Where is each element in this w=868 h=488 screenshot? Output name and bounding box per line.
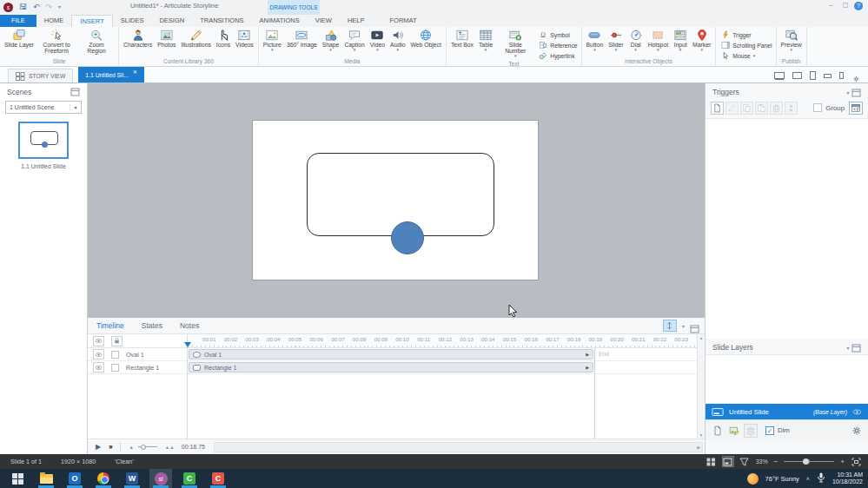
layer-visibility-eye-icon[interactable] xyxy=(852,408,862,416)
minimize-button[interactable]: – xyxy=(829,1,832,9)
dim-checkbox[interactable]: ✓ Dim xyxy=(765,426,790,435)
preview-funnel-button[interactable] xyxy=(739,457,750,466)
hyperlink-button[interactable]: Hyperlink xyxy=(539,51,577,60)
characters-button[interactable]: Characters xyxy=(121,28,155,48)
object-lock-checkbox[interactable] xyxy=(111,364,119,372)
playhead[interactable] xyxy=(184,342,191,347)
panel-collapse-icon[interactable] xyxy=(690,321,699,330)
scroll-right-icon[interactable]: ▶ xyxy=(697,445,700,450)
slide-canvas[interactable] xyxy=(88,83,705,318)
trigger-button[interactable]: Trigger xyxy=(721,30,772,39)
taskbar-app-start[interactable] xyxy=(6,469,29,488)
timeline-tab-notes[interactable]: Notes xyxy=(171,321,208,330)
triggers-list-empty[interactable] xyxy=(706,118,868,339)
chevron-down-icon[interactable]: ▾ xyxy=(847,346,850,351)
new-trigger-button[interactable] xyxy=(711,102,724,115)
table-button[interactable]: Table▾ xyxy=(476,28,495,52)
checkbox-checked-icon[interactable]: ✓ xyxy=(765,426,774,435)
dial-button[interactable]: Dial▾ xyxy=(626,28,646,52)
checkbox-unchecked-icon[interactable] xyxy=(813,103,822,112)
tab-insert[interactable]: INSERT xyxy=(71,15,112,27)
input-button[interactable]: Input▾ xyxy=(671,28,690,52)
microphone-icon[interactable] xyxy=(817,471,825,486)
delete-layer-button-disabled[interactable] xyxy=(744,424,758,438)
zoom-region-button[interactable]: Zoom Region xyxy=(76,28,116,54)
desktop-preview-icon[interactable] xyxy=(774,72,785,79)
zoom-in-button[interactable]: + xyxy=(840,458,845,465)
caption-button[interactable]: Caption▾ xyxy=(341,28,367,52)
show-hide-all-eye-icon[interactable] xyxy=(93,336,104,346)
paste-trigger-button[interactable] xyxy=(755,102,768,115)
new-layer-button[interactable] xyxy=(711,424,725,438)
timeline-vertical-scrollbar[interactable]: ▲ ▼ xyxy=(697,334,705,439)
taskbar-app-file-explorer[interactable] xyxy=(35,469,57,488)
web-object-button[interactable]: Web Object xyxy=(408,28,444,48)
edit-layer-properties-button[interactable] xyxy=(727,424,741,438)
taskbar-app-chrome[interactable] xyxy=(92,469,115,488)
taskbar-app-storyline[interactable]: sl xyxy=(149,469,172,488)
tab-format[interactable]: FORMAT xyxy=(381,15,424,27)
audio-button[interactable]: Audio▾ xyxy=(388,28,407,52)
tab-slides[interactable]: SLIDES xyxy=(113,15,152,27)
slide-stage[interactable] xyxy=(252,120,539,280)
shape-button[interactable]: Shape▾ xyxy=(320,28,342,52)
tab-file[interactable]: FILE xyxy=(0,15,36,27)
timeline-horizontal-scrollbar[interactable]: ▶ xyxy=(214,442,703,452)
tab-design[interactable]: DESIGN xyxy=(151,15,192,27)
object-visibility-eye-icon[interactable] xyxy=(93,362,104,373)
taskbar-app-app-c-red[interactable]: C xyxy=(207,469,229,488)
object-visibility-eye-icon[interactable] xyxy=(93,349,104,359)
timeline-bar-oval-1[interactable]: Oval 1▶ xyxy=(189,349,593,359)
taskbar-app-camtasia[interactable]: C xyxy=(178,469,201,488)
scrolling-panel-button[interactable]: Scrolling Panel xyxy=(721,41,772,49)
slide-view-button-active[interactable] xyxy=(723,457,733,466)
chevron-down-icon[interactable]: ▾ xyxy=(847,90,850,96)
copy-trigger-button[interactable] xyxy=(740,102,753,115)
taskbar-app-word[interactable]: W xyxy=(121,469,143,488)
zoom-out-button[interactable]: − xyxy=(774,458,779,465)
panel-collapse-icon[interactable] xyxy=(70,88,80,96)
tab-slide-active[interactable]: 1.1 Untitled Sli... ✕ xyxy=(78,67,144,82)
text-box-button[interactable]: Text Box xyxy=(448,28,476,48)
zoom-out-timeline-icon[interactable]: ▲ xyxy=(129,445,133,450)
button-button[interactable]: Button▾ xyxy=(584,28,606,52)
slide-number-button[interactable]: Slide Number▾ xyxy=(495,28,535,58)
scroll-up-icon[interactable]: ▲ xyxy=(699,335,704,340)
edit-trigger-button[interactable] xyxy=(726,102,739,115)
reference-button[interactable]: Reference xyxy=(539,41,577,49)
attach-timeline-button[interactable] xyxy=(663,320,677,332)
scroll-down-icon[interactable]: ▼ xyxy=(699,432,704,438)
videos-button[interactable]: Videos xyxy=(233,28,256,48)
timeline-bar-rectangle-1[interactable]: Rectangle 1▶ xyxy=(189,362,593,373)
tab-story-view[interactable]: STORY VIEW xyxy=(8,69,73,82)
object-lock-checkbox[interactable] xyxy=(111,351,119,359)
show-hidden-icons-chevron[interactable]: ˄ xyxy=(806,476,810,482)
mouse-button[interactable]: Mouse ▾ xyxy=(721,51,772,60)
timeline-end-marker[interactable] xyxy=(594,348,595,439)
phone-portrait-icon[interactable] xyxy=(839,72,844,79)
marker-button[interactable]: Marker▾ xyxy=(690,28,713,52)
timeline-tab-states[interactable]: States xyxy=(133,321,171,330)
close-tab-icon[interactable]: ✕ xyxy=(133,69,137,75)
slide-layer-button[interactable]: Slide Layer xyxy=(2,28,36,48)
timeline-track-row[interactable]: Rectangle 1▶ xyxy=(188,361,697,374)
redo-icon[interactable]: ↷ xyxy=(46,3,53,12)
tab-help[interactable]: HELP xyxy=(340,15,373,27)
photos-button[interactable]: Photos xyxy=(155,28,178,48)
picture-button[interactable]: Picture▾ xyxy=(261,28,284,52)
taskbar-clock[interactable]: 10:31 AM 10/18/2022 xyxy=(832,472,863,486)
zoom-in-timeline-icon[interactable]: ▲▲ xyxy=(165,445,175,450)
preview-button[interactable]: Preview▾ xyxy=(779,28,805,52)
timeline-ruler[interactable]: 00:0100:0200:0300:0400:0500:0600:0700:08… xyxy=(188,334,697,348)
customize-toolbar-caret-icon[interactable]: ▾ xyxy=(58,3,61,12)
tablet-landscape-icon[interactable] xyxy=(792,72,802,79)
symbol-button[interactable]: ΩSymbol xyxy=(539,30,577,39)
360-image-button[interactable]: 360° Image xyxy=(284,28,320,48)
hotspot-button[interactable]: Hotspot▾ xyxy=(646,28,671,52)
oval-shape[interactable] xyxy=(391,221,424,254)
timeline-zoom-slider[interactable] xyxy=(138,446,157,447)
convert-to-freeform-button[interactable]: Convert to Freeform xyxy=(36,28,76,54)
taskbar-app-outlook[interactable]: O xyxy=(63,469,86,488)
panel-collapse-icon[interactable] xyxy=(851,89,861,97)
timeline-track-area[interactable]: 00:0100:0200:0300:0400:0500:0600:0700:08… xyxy=(188,334,697,439)
